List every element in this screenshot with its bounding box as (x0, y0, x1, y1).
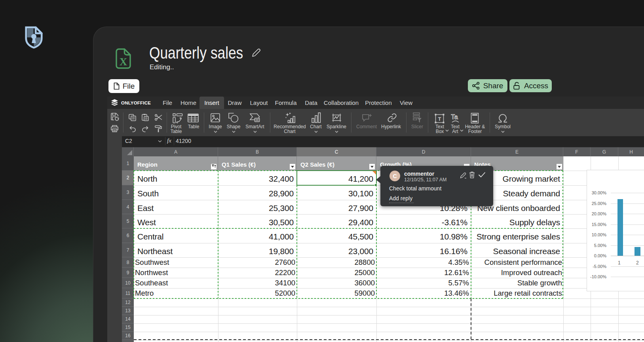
svg-text:T: T (438, 116, 441, 122)
svg-text:Ta: Ta (451, 113, 458, 121)
svg-text:X: X (120, 56, 127, 68)
